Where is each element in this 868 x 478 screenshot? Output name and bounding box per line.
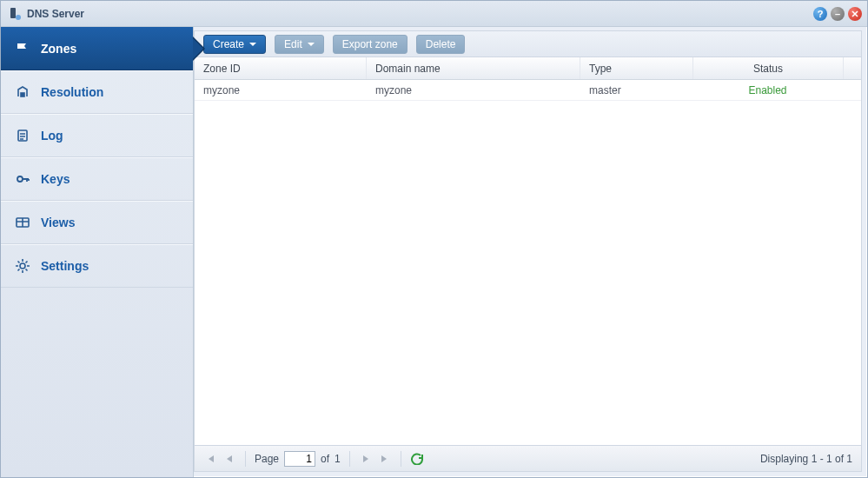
caret-down-icon (249, 43, 256, 46)
svg-point-4 (17, 176, 23, 182)
col-spacer (844, 57, 861, 79)
edit-label: Edit (284, 38, 302, 50)
close-button[interactable] (848, 7, 862, 21)
pager-summary: Displaying 1 - 1 of 1 (760, 453, 852, 465)
pager: Page of 1 Displaying 1 - 1 of 1 (195, 445, 861, 471)
svg-point-6 (20, 263, 25, 269)
last-page-button[interactable] (378, 452, 392, 466)
titlebar: DNS Server ? – (1, 1, 867, 27)
delete-label: Delete (426, 38, 456, 50)
resolution-icon (15, 84, 30, 100)
next-page-button[interactable] (359, 452, 373, 466)
app-icon (8, 7, 22, 21)
col-zone-id[interactable]: Zone ID (195, 57, 367, 79)
sidebar: Zones Resolution Log Keys (1, 27, 194, 477)
body: Zones Resolution Log Keys (1, 27, 867, 477)
flag-icon (15, 41, 30, 56)
key-icon (15, 171, 30, 187)
sidebar-item-resolution[interactable]: Resolution (1, 70, 193, 114)
sidebar-item-log[interactable]: Log (1, 114, 193, 157)
table: Zone ID Domain name Type Status myzone m… (195, 57, 861, 445)
sidebar-item-zones[interactable]: Zones (1, 27, 193, 70)
svg-rect-2 (21, 93, 24, 96)
divider (349, 451, 350, 467)
first-page-button[interactable] (203, 452, 217, 466)
table-header: Zone ID Domain name Type Status (195, 57, 861, 80)
table-body: myzone myzone master Enabled (195, 80, 861, 445)
sidebar-item-label: Zones (41, 42, 76, 56)
sidebar-item-keys[interactable]: Keys (1, 157, 193, 201)
minimize-button[interactable]: – (831, 7, 845, 21)
col-domain-name[interactable]: Domain name (367, 57, 580, 79)
toolbar: Create Edit Export zone Delete (195, 31, 861, 57)
cell-type: master (580, 80, 693, 100)
page-input[interactable] (284, 451, 315, 467)
divider (245, 451, 246, 467)
views-icon (15, 215, 30, 230)
edit-button[interactable]: Edit (275, 35, 324, 54)
sidebar-item-views[interactable]: Views (1, 201, 193, 244)
sidebar-item-settings[interactable]: Settings (1, 244, 193, 288)
sidebar-item-label: Views (41, 216, 75, 229)
col-status[interactable]: Status (693, 57, 844, 79)
create-button[interactable]: Create (203, 35, 266, 54)
page-total: 1 (335, 453, 341, 465)
cell-status: Enabled (693, 80, 843, 100)
divider (401, 451, 401, 467)
caret-down-icon (308, 43, 315, 46)
export-zone-button[interactable]: Export zone (333, 35, 407, 54)
sidebar-item-label: Log (41, 129, 63, 143)
refresh-button[interactable] (410, 452, 424, 466)
window: DNS Server ? – Zones Resolution (0, 0, 868, 478)
page-label: Page (255, 453, 279, 465)
create-label: Create (213, 38, 244, 50)
cell-zone-id: myzone (195, 80, 367, 100)
svg-point-1 (16, 15, 21, 20)
cell-domain: myzone (367, 80, 580, 100)
sidebar-item-label: Resolution (41, 85, 103, 99)
svg-rect-0 (10, 8, 16, 18)
window-title: DNS Server (27, 8, 810, 20)
sidebar-item-label: Keys (41, 172, 70, 186)
content-panel: Create Edit Export zone Delete Zone ID D… (194, 30, 862, 472)
table-row[interactable]: myzone myzone master Enabled (195, 80, 861, 101)
prev-page-button[interactable] (222, 452, 236, 466)
export-label: Export zone (342, 38, 398, 50)
delete-button[interactable]: Delete (416, 35, 466, 54)
sidebar-item-label: Settings (41, 259, 89, 273)
of-label: of (321, 453, 329, 465)
col-type[interactable]: Type (580, 57, 693, 79)
help-button[interactable]: ? (813, 7, 827, 21)
gear-icon (15, 258, 30, 274)
clipboard-icon (15, 128, 30, 143)
